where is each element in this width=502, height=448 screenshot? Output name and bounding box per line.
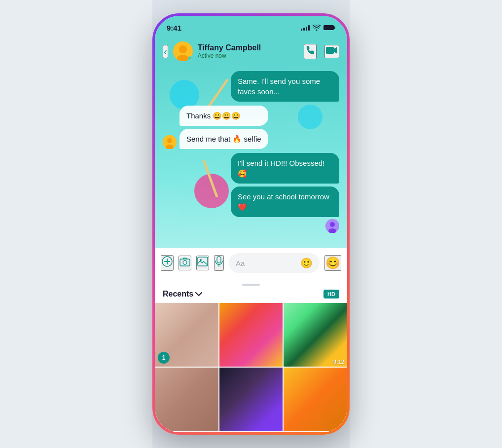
contact-status: Active now <box>198 52 299 59</box>
online-indicator <box>188 56 193 61</box>
plus-button[interactable] <box>161 255 174 271</box>
svg-rect-5 <box>326 47 334 54</box>
message-text: I'll send it HD!!! Obsessed! 🥰 <box>238 159 324 178</box>
svg-point-7 <box>167 138 172 143</box>
status-icons <box>301 25 335 31</box>
message-text: Send me that 🔥 selfie <box>186 135 261 143</box>
recents-label[interactable]: Recents <box>163 290 202 299</box>
status-time: 9:41 <box>167 24 181 32</box>
svg-rect-1 <box>334 27 336 29</box>
message-bubble: See you at school tomorrow ❤️ <box>231 187 339 217</box>
battery-icon <box>323 25 335 31</box>
message-row: Thanks 😀😀😀 Send me that 🔥 selfie <box>163 106 339 149</box>
messages-list: Same. I'll send you some faves soon... <box>163 71 339 233</box>
back-button[interactable]: ‹ <box>163 45 168 58</box>
photo-cell[interactable] <box>284 368 347 431</box>
svg-point-3 <box>179 45 187 53</box>
sender-avatar <box>163 135 177 149</box>
gallery-button[interactable] <box>196 256 209 270</box>
message-text: Thanks 😀😀😀 <box>186 112 241 120</box>
photo-cell[interactable] <box>219 368 283 431</box>
message-text: See you at school tomorrow ❤️ <box>238 192 329 211</box>
hd-badge[interactable]: HD <box>323 290 339 299</box>
svg-rect-17 <box>217 257 221 263</box>
chat-area: Same. I'll send you some faves soon... <box>155 65 347 248</box>
message-row: I'll send it HD!!! Obsessed! 🥰 See you a… <box>163 153 339 217</box>
photo-cell[interactable] <box>284 432 347 432</box>
my-avatar <box>325 219 339 233</box>
contact-info: Tiffany Campbell Active now <box>198 43 299 59</box>
mic-button[interactable] <box>214 255 224 271</box>
chevron-down-icon <box>195 292 202 296</box>
wifi-icon <box>313 25 321 31</box>
photo-grid: 1 0:12 <box>155 303 347 432</box>
photo-cell[interactable] <box>219 303 283 367</box>
message-bubble: Send me that 🔥 selfie <box>179 129 268 149</box>
selection-badge: 1 <box>158 352 170 364</box>
message-bubble: I'll send it HD!!! Obsessed! 🥰 <box>231 153 339 184</box>
photo-cell[interactable] <box>155 432 218 432</box>
message-bubble: Same. I'll send you some faves soon... <box>231 71 339 102</box>
media-panel: Recents HD 1 <box>155 278 347 432</box>
message-bubble: Thanks 😀😀😀 <box>179 106 268 126</box>
emoji-button[interactable]: 😊 <box>324 255 341 271</box>
input-placeholder: Aa <box>236 259 297 267</box>
message-row: Same. I'll send you some faves soon... <box>163 71 339 102</box>
message-text: Same. I'll send you some faves soon... <box>238 77 320 96</box>
input-bar: Aa 🙂 😊 <box>155 248 347 278</box>
contact-name: Tiffany Campbell <box>198 43 299 52</box>
header-actions <box>304 44 339 59</box>
photo-cell[interactable] <box>155 368 218 431</box>
chat-header: ‹ Tiffany Campbell Active now <box>155 37 347 65</box>
svg-point-10 <box>330 222 335 227</box>
video-duration: 0:12 <box>333 359 344 365</box>
photo-cell[interactable]: 0:12 <box>284 303 347 367</box>
phone-frame: 9:41 <box>152 13 350 435</box>
avatar <box>173 41 193 61</box>
status-bar: 9:41 <box>155 16 347 37</box>
smile-icon[interactable]: 🙂 <box>300 257 313 269</box>
camera-button[interactable] <box>179 256 191 270</box>
call-button[interactable] <box>304 44 317 59</box>
photo-cell[interactable] <box>219 432 283 432</box>
video-call-button[interactable] <box>324 45 339 58</box>
media-header: Recents HD <box>155 278 347 303</box>
drag-handle <box>242 284 260 286</box>
svg-rect-0 <box>323 25 334 30</box>
svg-point-14 <box>183 261 187 264</box>
text-input[interactable]: Aa 🙂 <box>229 253 320 273</box>
signal-icon <box>301 25 310 31</box>
svg-rect-13 <box>180 259 190 266</box>
photo-cell[interactable]: 1 <box>155 303 218 367</box>
